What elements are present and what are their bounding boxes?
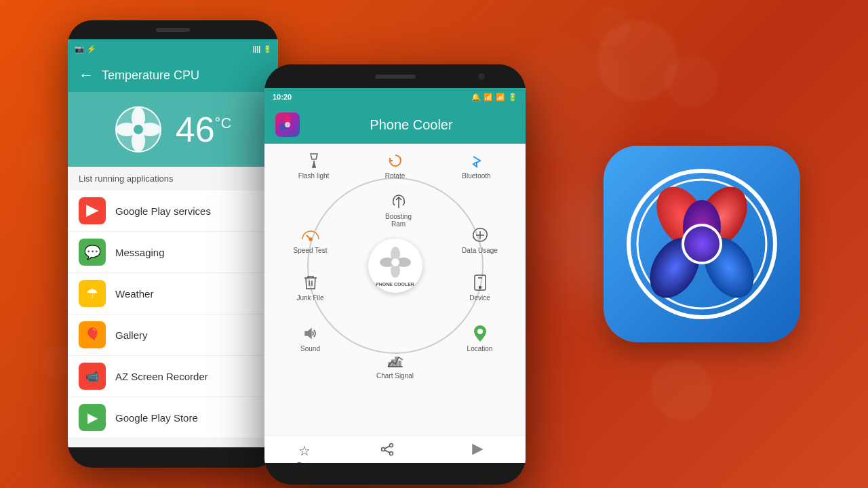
location-label: Location bbox=[467, 345, 493, 352]
phone-left-screen: 📷 ⚡ |||| 🔋 ← Temperature CPU bbox=[68, 39, 278, 447]
share-icon bbox=[380, 442, 395, 460]
list-item[interactable]: ☂ Weather bbox=[68, 273, 278, 314]
menu-item-sound[interactable]: Sound bbox=[290, 323, 331, 352]
nav-share[interactable]: Share bbox=[377, 442, 397, 464]
menu-item-boost[interactable]: Boosting Ram bbox=[378, 191, 419, 228]
svg-rect-21 bbox=[389, 363, 391, 367]
svg-rect-22 bbox=[392, 360, 394, 367]
svg-point-19 bbox=[477, 329, 483, 334]
phone-left-status-bar: 📷 ⚡ |||| 🔋 bbox=[68, 39, 278, 58]
phone-camera bbox=[478, 73, 485, 80]
rate-icon: ☆ bbox=[298, 443, 311, 459]
status-right-area: 🔔 📶 📶 🔋 bbox=[471, 93, 517, 102]
app-icon-google-play-services bbox=[79, 197, 106, 224]
status-time: 10:20 bbox=[273, 93, 292, 101]
list-header: List running applications bbox=[68, 167, 278, 190]
menu-item-chartsignal[interactable]: Chart Signal bbox=[375, 350, 416, 380]
rotate-label: Rotate bbox=[385, 172, 405, 180]
svg-rect-24 bbox=[399, 361, 401, 367]
svg-point-11 bbox=[309, 238, 312, 241]
svg-point-26 bbox=[381, 447, 384, 451]
flashlight-label: Flash light bbox=[298, 172, 330, 180]
bottom-navigation: ☆ Rate Share bbox=[264, 435, 526, 463]
screen-title: Temperature CPU bbox=[102, 68, 199, 83]
bluetooth-icon bbox=[467, 150, 487, 171]
list-item[interactable]: 🎈 Gallery bbox=[68, 314, 278, 356]
phone-right-status-bar: 10:20 🔔 📶 📶 🔋 bbox=[264, 88, 526, 106]
menu-item-speedtest[interactable]: Speed Test bbox=[290, 225, 331, 254]
speedtest-icon bbox=[300, 225, 321, 245]
junkfile-label: Junk File bbox=[296, 294, 323, 302]
gallery-icon: 🎈 bbox=[84, 327, 101, 343]
device-label: Device bbox=[469, 294, 490, 302]
svg-point-9 bbox=[285, 122, 290, 127]
junkfile-icon bbox=[300, 272, 321, 293]
app-name-messaging: Messaging bbox=[115, 247, 165, 258]
cooler-header: Phone Cooler bbox=[264, 106, 526, 144]
back-arrow-icon[interactable]: ← bbox=[79, 66, 94, 84]
messaging-icon: 💬 bbox=[84, 244, 101, 260]
menu-item-device[interactable]: Device bbox=[460, 272, 500, 302]
app-list: Google Play services 💬 Messaging ☂ Weath… bbox=[68, 190, 278, 439]
more-app-label: More app bbox=[462, 462, 493, 464]
menu-item-flashlight[interactable]: Flash light bbox=[294, 150, 334, 180]
flashlight-icon bbox=[304, 150, 324, 171]
sound-icon bbox=[300, 323, 321, 344]
temp-reading: 46°C bbox=[176, 109, 232, 150]
svg-point-27 bbox=[389, 451, 393, 455]
phone-left-header: ← Temperature CPU bbox=[68, 58, 278, 92]
fan-icon-left bbox=[115, 106, 162, 153]
cooler-main-area: Flash light Rotate Bluetooth bbox=[264, 144, 526, 435]
app-name-gallery: Gallery bbox=[115, 329, 148, 341]
alarm-icon: 🔔 bbox=[471, 93, 481, 102]
circular-menu: Flash light Rotate Bluetooth bbox=[280, 150, 511, 381]
device-icon bbox=[470, 272, 490, 293]
battery-right-icon: 🔋 bbox=[508, 93, 517, 102]
temp-unit: °C bbox=[215, 115, 232, 132]
weather-icon: ☂ bbox=[86, 285, 98, 302]
status-left-icons: 📷 ⚡ bbox=[75, 45, 96, 54]
list-item[interactable]: 📹 AZ Screen Recorder bbox=[68, 356, 278, 397]
more-app-icon bbox=[470, 442, 485, 460]
cooler-header-fan-icon bbox=[278, 115, 297, 134]
phone-right-top bbox=[264, 64, 526, 88]
notify-icon: ⚡ bbox=[87, 45, 96, 54]
rate-label: Rate bbox=[297, 461, 313, 463]
bluetooth-label: Bluetooth bbox=[462, 172, 490, 180]
phone-left-speaker bbox=[156, 28, 190, 32]
datausage-icon bbox=[470, 225, 490, 245]
rotate-icon bbox=[385, 150, 406, 171]
temp-number: 46 bbox=[176, 110, 215, 149]
chartsignal-label: Chart Signal bbox=[376, 372, 414, 380]
temperature-display: 46°C bbox=[68, 92, 278, 167]
menu-item-bluetooth[interactable]: Bluetooth bbox=[456, 150, 497, 180]
app-name-az-recorder: AZ Screen Recorder bbox=[115, 371, 208, 382]
center-fan-label: PHONE COOLER bbox=[376, 282, 414, 287]
app-icon-weather: ☂ bbox=[79, 280, 106, 307]
cooler-screen-title: Phone Cooler bbox=[308, 117, 515, 133]
fan-large-svg bbox=[624, 166, 780, 322]
recorder-icon: 📹 bbox=[85, 370, 99, 383]
phone-right: 10:20 🔔 📶 📶 🔋 Phone Cooler bbox=[264, 64, 526, 485]
app-icon-messaging: 💬 bbox=[79, 239, 106, 266]
chartsignal-icon bbox=[385, 350, 406, 371]
nav-more-app[interactable]: More app bbox=[462, 442, 493, 464]
play-store-icon: ▶ bbox=[87, 409, 98, 426]
menu-item-datausage[interactable]: Data Usage bbox=[460, 225, 500, 254]
svg-point-25 bbox=[389, 443, 393, 447]
app-name-weather: Weather bbox=[115, 288, 153, 300]
svg-marker-10 bbox=[312, 161, 316, 167]
app-name-google-play-services: Google Play services bbox=[115, 205, 211, 217]
menu-item-location[interactable]: Location bbox=[460, 323, 500, 352]
center-fan[interactable]: PHONE COOLER bbox=[368, 239, 422, 293]
list-item[interactable]: Google Play services bbox=[68, 190, 278, 232]
list-item[interactable]: 💬 Messaging bbox=[68, 232, 278, 273]
cooler-app-icon bbox=[275, 113, 300, 137]
menu-item-rotate[interactable]: Rotate bbox=[375, 150, 416, 180]
sound-label: Sound bbox=[300, 345, 320, 352]
nav-rate[interactable]: ☆ Rate bbox=[297, 443, 313, 463]
list-item[interactable]: ▶ Google Play Store bbox=[68, 397, 278, 439]
menu-item-junkfile[interactable]: Junk File bbox=[290, 272, 331, 302]
share-label: Share bbox=[377, 462, 397, 464]
svg-rect-23 bbox=[395, 357, 397, 367]
